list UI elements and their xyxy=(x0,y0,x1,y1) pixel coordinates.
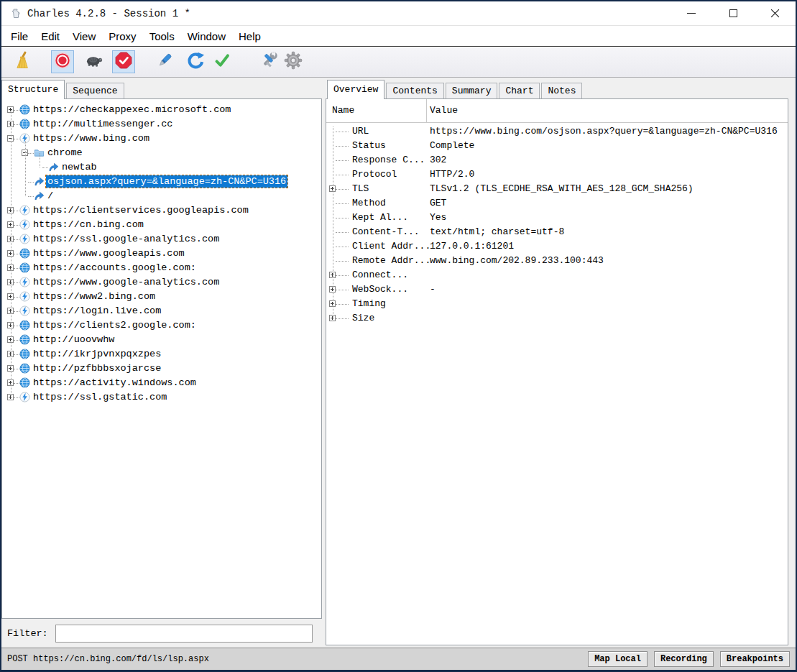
tree-row[interactable]: https://login.live.com xyxy=(2,304,321,318)
tree-row[interactable]: https://accounts.google.com: xyxy=(2,261,321,275)
tree-row-label[interactable]: http://multimessenger.cc xyxy=(32,118,174,130)
menu-view[interactable]: View xyxy=(66,28,102,45)
tree-row[interactable]: http://multimessenger.cc xyxy=(2,117,321,132)
check-icon xyxy=(212,50,232,73)
tree-row[interactable]: http://pzfbbbsxojarcse xyxy=(2,362,321,376)
overview-row[interactable]: WebSock...- xyxy=(326,282,788,297)
throttle-button[interactable] xyxy=(83,50,106,73)
menu-window[interactable]: Window xyxy=(181,28,232,45)
compose-button[interactable] xyxy=(153,50,176,73)
tree-row-label[interactable]: http://pzfbbbsxojarcse xyxy=(32,362,162,374)
tree-row-label[interactable]: chrome xyxy=(46,147,84,159)
tree-row-label[interactable]: https://accounts.google.com: xyxy=(32,262,198,274)
tree-row[interactable]: https://www.google-analytics.com xyxy=(2,275,321,290)
overview-row[interactable]: StatusComplete xyxy=(326,139,788,153)
status-bar: POST https://cn.bing.com/fd/ls/lsp.aspx … xyxy=(1,648,796,670)
tree-row-label[interactable]: https://cn.bing.com xyxy=(32,218,145,231)
clear-session-button[interactable] xyxy=(10,50,33,73)
tree-row-label[interactable]: newtab xyxy=(60,161,98,173)
tree-row[interactable]: https://www.googleapis.com xyxy=(2,247,321,261)
overview-panel: Name Value URLhttps://www.bing.com/osjso… xyxy=(326,98,788,645)
close-button[interactable] xyxy=(754,1,796,25)
overview-row[interactable]: Kept Al...Yes xyxy=(326,211,788,225)
tree-row-label[interactable]: https://clients2.google.com: xyxy=(32,319,198,331)
repeat-button[interactable] xyxy=(184,50,207,73)
menu-file[interactable]: File xyxy=(4,28,34,45)
overview-row[interactable]: Client Addr...127.0.0.1:61201 xyxy=(326,239,788,254)
overview-row-name: TLS xyxy=(352,183,369,194)
overview-row[interactable]: URLhttps://www.bing.com/osjson.aspx?quer… xyxy=(326,124,788,139)
tree-row-label[interactable]: https://www.bing.com xyxy=(32,132,151,144)
tab-notes[interactable]: Notes xyxy=(541,83,582,98)
tree-row[interactable]: https://ssl.google-analytics.com xyxy=(2,232,321,247)
tree-row-label[interactable]: https://clientservices.googleapis.com xyxy=(32,204,250,216)
overview-row[interactable]: MethodGET xyxy=(326,196,788,211)
tree-row[interactable]: http://uoovwhw xyxy=(2,333,321,347)
tree-row-label[interactable]: http://ikrjpvnxpqxzpes xyxy=(32,348,162,360)
menu-tools[interactable]: Tools xyxy=(143,28,181,45)
tree-row-label[interactable]: https://www.googleapis.com xyxy=(32,247,186,259)
tree-row[interactable]: https://clients2.google.com: xyxy=(2,318,321,333)
overview-row[interactable]: Connect... xyxy=(326,268,788,282)
overview-row[interactable]: Response C...302 xyxy=(326,153,788,167)
tab-contents[interactable]: Contents xyxy=(386,83,443,98)
tree-row[interactable]: https://www2.bing.com xyxy=(2,290,321,304)
menu-proxy[interactable]: Proxy xyxy=(102,28,142,45)
tab-chart[interactable]: Chart xyxy=(499,83,540,98)
breakpoints-status-button[interactable]: Breakpoints xyxy=(720,651,790,667)
column-header-name: Name xyxy=(332,105,354,116)
minimize-button[interactable] xyxy=(671,1,712,25)
tree-row[interactable]: https://activity.windows.com xyxy=(2,376,321,390)
tree-row-label[interactable]: https://ssl.gstatic.com xyxy=(32,391,168,403)
tab-overview[interactable]: Overview xyxy=(327,80,384,99)
overview-row-name: URL xyxy=(352,126,369,137)
tree-row-label[interactable]: https://activity.windows.com xyxy=(32,377,198,389)
tab-sequence[interactable]: Sequence xyxy=(66,83,124,98)
overview-row[interactable]: TLSTLSv1.2 (TLS_ECDHE_RSA_WITH_AES_128_G… xyxy=(326,182,788,196)
maximize-button[interactable] xyxy=(712,1,754,25)
tree-connector xyxy=(14,254,19,254)
tree-row[interactable]: https://www.bing.com xyxy=(2,132,321,146)
menu-help[interactable]: Help xyxy=(232,28,267,45)
tree-row[interactable]: osjson.aspx?query=&language=zh-CN&PC=U31… xyxy=(2,175,321,189)
overview-row[interactable]: Content-T...text/html; charset=utf-8 xyxy=(326,225,788,239)
tree-row[interactable]: https://cn.bing.com xyxy=(2,218,321,232)
tree-connector xyxy=(14,139,19,139)
row-connector xyxy=(336,232,349,233)
map-local-status-button[interactable]: Map Local xyxy=(588,651,648,667)
tree-row-label[interactable]: https://www.google-analytics.com xyxy=(32,276,221,288)
overview-row-value: https://www.bing.com/osjson.aspx?query=&… xyxy=(430,126,778,137)
tree-row[interactable]: chrome xyxy=(2,146,321,160)
settings-button[interactable] xyxy=(282,50,305,73)
recording-status-button[interactable]: Recording xyxy=(654,651,714,667)
tree-row-label-selected[interactable]: osjson.aspx?query=&language=zh-CN&PC=U31… xyxy=(46,175,287,188)
overview-row[interactable]: Timing xyxy=(326,297,788,311)
tree-row-label[interactable]: https://www2.bing.com xyxy=(32,290,157,303)
tree-row-label[interactable]: https://checkappexec.microsoft.com xyxy=(32,103,232,116)
tree-row-label[interactable]: https://ssl.google-analytics.com xyxy=(32,233,221,245)
breakpoints-button[interactable] xyxy=(112,50,135,73)
tree-row-label[interactable]: https://login.live.com xyxy=(32,305,162,317)
overview-row[interactable]: Remote Addr...www.bing.com/202.89.233.10… xyxy=(326,254,788,268)
tree-row[interactable]: https://checkappexec.microsoft.com xyxy=(2,103,321,117)
record-button[interactable] xyxy=(51,50,74,73)
overview-row[interactable]: Size xyxy=(326,311,788,326)
tree-row[interactable]: newtab xyxy=(2,160,321,175)
tab-structure[interactable]: Structure xyxy=(1,80,65,99)
menu-edit[interactable]: Edit xyxy=(34,28,66,45)
tree-row-label[interactable]: http://uoovwhw xyxy=(32,333,116,346)
validate-button[interactable] xyxy=(211,50,234,73)
tree-row[interactable]: https://clientservices.googleapis.com xyxy=(2,203,321,218)
tree-row[interactable]: / xyxy=(2,189,321,203)
column-header-value: Value xyxy=(430,105,458,116)
tree-row[interactable]: https://ssl.gstatic.com xyxy=(2,390,321,405)
charles-window: Charles 4.2.8 - Session 1 * FileEditView… xyxy=(0,0,797,672)
filter-input[interactable] xyxy=(55,625,313,643)
tree-row-label[interactable]: / xyxy=(46,190,55,202)
overview-row[interactable]: ProtocolHTTP/2.0 xyxy=(326,167,788,182)
tree-row[interactable]: http://ikrjpvnxpqxzpes xyxy=(2,347,321,362)
tree-connector xyxy=(14,369,19,369)
tools-button[interactable] xyxy=(257,50,280,73)
tab-summary[interactable]: Summary xyxy=(446,83,498,98)
row-connector xyxy=(336,218,349,218)
